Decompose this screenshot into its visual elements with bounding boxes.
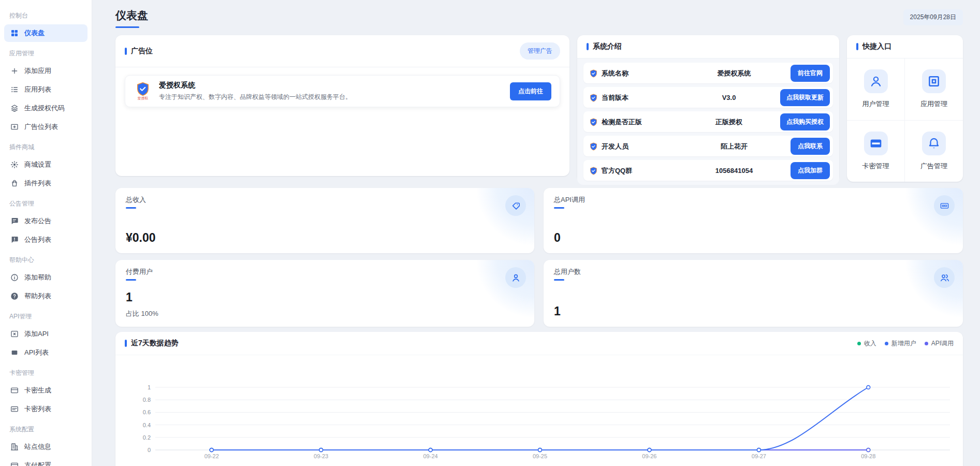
sidebar-item-plugin-list[interactable]: 插件列表	[4, 174, 87, 192]
quick-entry-label: 广告管理	[920, 162, 947, 171]
trend-chart-card: 近7天数据趋势 收入新增用户API调用 00.20.40.60.8109-220…	[115, 332, 963, 466]
sidebar-item-api-list[interactable]: API列表	[4, 344, 87, 361]
stat-card-total-api-calls: 总API调用0	[544, 188, 963, 253]
card-filled-icon	[864, 132, 888, 155]
sidebar-item-site-info[interactable]: 站点信息	[4, 438, 87, 456]
bell-icon	[922, 132, 946, 155]
sidebar-item-label: API列表	[24, 348, 49, 357]
page-title: 仪表盘	[115, 8, 148, 23]
sidebar-item-help-add[interactable]: 添加帮助	[4, 269, 87, 286]
stat-label: 付费用户	[126, 267, 153, 281]
svg-text:0.6: 0.6	[143, 409, 151, 415]
system-info-row-current-version: 当前版本V3.0点我获取更新	[583, 87, 833, 108]
gear-icon	[10, 161, 19, 169]
system-row-button-developer[interactable]: 点我联系	[791, 138, 830, 155]
sidebar-item-label: 仪表盘	[24, 28, 45, 38]
svg-text:09-26: 09-26	[642, 453, 656, 459]
ad-go-button[interactable]: 点击前往	[510, 82, 551, 100]
system-row-label: 当前版本	[602, 93, 628, 103]
ad-logo-text: 爱授权	[138, 96, 149, 100]
stat-value: 1	[554, 304, 953, 318]
sidebar-item-label: 生成授权代码	[24, 104, 65, 113]
svg-text:0.2: 0.2	[143, 434, 151, 441]
bag-icon	[10, 179, 19, 187]
sidebar-sections: 控制台仪表盘应用管理添加应用应用列表生成授权代码广告位列表插件商城商城设置插件列…	[0, 5, 92, 466]
stat-value: 0	[554, 231, 953, 245]
quick-entry-label: 应用管理	[920, 99, 947, 109]
svg-text:0.8: 0.8	[143, 397, 151, 403]
sidebar-item-help-list[interactable]: 帮助列表	[4, 287, 87, 305]
ad-item[interactable]: 爱授权 爱授权系统 专注于知识产权、数字内容、品牌权益等领域的一站式授权服务平台…	[125, 75, 560, 107]
sidebar-item-dashboard[interactable]: 仪表盘	[4, 24, 87, 42]
legend-item-api-calls[interactable]: API调用	[925, 339, 954, 348]
plus-icon	[10, 67, 19, 75]
stat-subtext: 占比 100%	[126, 309, 524, 318]
svg-text:09-24: 09-24	[423, 453, 438, 459]
sidebar-item-card-list[interactable]: 卡密列表	[4, 400, 87, 418]
sidebar-section-label: 卡密管理	[0, 362, 92, 381]
sidebar-item-label: 帮助列表	[24, 292, 51, 301]
sidebar: 控制台仪表盘应用管理添加应用应用列表生成授权代码广告位列表插件商城商城设置插件列…	[0, 0, 92, 466]
sidebar-item-label: 添加API	[24, 329, 49, 339]
quick-entry-card-management[interactable]: 卡密管理	[847, 121, 905, 182]
sidebar-item-announcement-list[interactable]: 公告列表	[4, 231, 87, 249]
api-call-icon	[934, 195, 955, 216]
header-accent-bar	[125, 340, 127, 347]
header-accent-bar	[125, 48, 127, 55]
sidebar-item-app-list[interactable]: 应用列表	[4, 81, 87, 98]
svg-text:1: 1	[148, 384, 151, 390]
layers-icon	[10, 104, 19, 112]
top-row: 广告位 管理广告 爱授权 爱授权系统 专注于知识产权、数字内容、品牌权益等领域的…	[115, 35, 963, 182]
main-content: 仪表盘 2025年09月28日 广告位 管理广告 爱授权	[92, 0, 980, 466]
quick-entry-user-management[interactable]: 用户管理	[847, 59, 905, 121]
sidebar-section-label: 控制台	[0, 5, 92, 23]
header-accent-bar	[856, 43, 858, 50]
sidebar-item-ad-slot-list[interactable]: 广告位列表	[4, 118, 87, 136]
shield-logo-icon	[590, 69, 597, 78]
message-icon	[10, 217, 19, 225]
stat-label: 总API调用	[554, 195, 585, 209]
system-row-value: V3.0	[678, 94, 780, 101]
legend-label: API调用	[931, 339, 954, 348]
stat-label: 总收入	[126, 195, 146, 209]
legend-label: 收入	[864, 339, 876, 348]
quick-entry-app-management[interactable]: 应用管理	[905, 59, 963, 121]
svg-text:09-25: 09-25	[533, 453, 547, 459]
svg-text:09-23: 09-23	[314, 453, 328, 459]
system-row-button-genuine-check[interactable]: 点我购买授权	[780, 113, 830, 130]
sidebar-section-label: 帮助中心	[0, 250, 92, 268]
legend-item-new-users[interactable]: 新增用户	[885, 339, 916, 348]
legend-dot	[857, 342, 861, 345]
system-row-value: 陌上花开	[678, 142, 791, 151]
dashboard-icon	[10, 29, 19, 37]
system-row-button-current-version[interactable]: 点我获取更新	[780, 89, 830, 106]
system-row-label: 官方QQ群	[602, 166, 632, 176]
sidebar-item-label: 应用列表	[24, 85, 51, 94]
sidebar-item-auth-code-generate[interactable]: 生成授权代码	[4, 99, 87, 117]
ad-card-title: 广告位	[131, 47, 153, 56]
system-info-row-official-qq: 官方QQ群1056841054点我加群	[583, 160, 833, 181]
quick-entry-card: 快捷入口 用户管理应用管理卡密管理广告管理	[847, 35, 963, 182]
sidebar-item-payment-config[interactable]: 支付配置	[4, 457, 87, 466]
sidebar-item-api-add[interactable]: 添加API	[4, 325, 87, 343]
sidebar-item-shop-settings[interactable]: 商城设置	[4, 156, 87, 173]
quick-entry-ad-management[interactable]: 广告管理	[905, 121, 963, 182]
sidebar-item-card-generate[interactable]: 卡密生成	[4, 382, 87, 399]
system-info-row-system-name: 系统名称爱授权系统前往官网	[583, 63, 833, 83]
manage-ads-button[interactable]: 管理广告	[520, 42, 560, 60]
system-row-value: 爱授权系统	[678, 69, 791, 78]
system-row-button-official-qq[interactable]: 点我加群	[791, 162, 830, 179]
sidebar-item-label: 卡密列表	[24, 404, 51, 414]
chart-title: 近7天数据趋势	[131, 339, 179, 348]
legend-item-income[interactable]: 收入	[857, 339, 876, 348]
sidebar-item-app-add[interactable]: 添加应用	[4, 62, 87, 80]
sidebar-item-label: 卡密生成	[24, 386, 51, 395]
page-header: 仪表盘 2025年09月28日	[115, 6, 963, 28]
system-row-label: 开发人员	[602, 142, 628, 151]
api-list-icon	[10, 348, 19, 357]
system-row-button-system-name[interactable]: 前往官网	[791, 65, 830, 82]
ad-name: 爱授权系统	[159, 81, 352, 90]
shield-logo-icon: 爱授权	[134, 82, 152, 100]
question-icon	[10, 292, 19, 300]
sidebar-item-announcement-publish[interactable]: 发布公告	[4, 212, 87, 230]
